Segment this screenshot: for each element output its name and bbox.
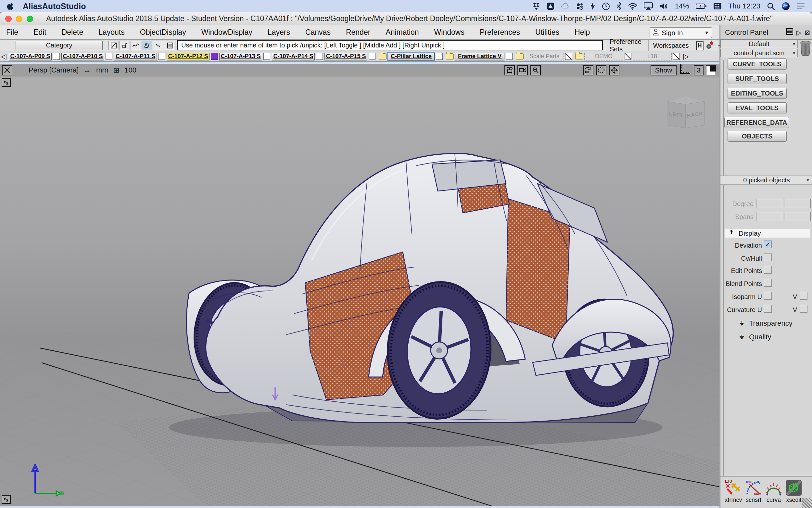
curvature-v-checkbox[interactable] xyxy=(800,305,807,313)
tumble-view-icon[interactable] xyxy=(583,65,593,75)
trash-icon[interactable] xyxy=(799,40,812,58)
edit-points-checkbox[interactable] xyxy=(764,266,772,274)
transparency-section[interactable]: Transparency xyxy=(739,319,793,328)
folder-icon[interactable] xyxy=(379,53,386,59)
viewport-resize-icon[interactable] xyxy=(2,495,11,504)
section-reference-data[interactable]: REFERENCE_DATA xyxy=(724,117,789,128)
isoparm-v-checkbox[interactable] xyxy=(800,292,807,300)
shelf-tool-xfrmcv[interactable]: U xfrmcv xyxy=(724,479,743,503)
show-button[interactable]: Show xyxy=(651,65,677,75)
display-section-header[interactable]: Display xyxy=(725,229,810,238)
menu-preferences[interactable]: Preferences xyxy=(480,28,520,37)
input-source-icon[interactable] xyxy=(713,2,722,10)
notification-list-icon[interactable] xyxy=(797,3,805,10)
menu-objectdisplay[interactable]: ObjectDisplay xyxy=(140,28,186,37)
layout-corner-icon[interactable] xyxy=(706,65,716,75)
section-objects[interactable]: OBJECTS xyxy=(727,131,787,142)
layer-folder-tab-hidden[interactable]: DEMO xyxy=(584,53,623,60)
menu-delete[interactable]: Delete xyxy=(62,28,83,37)
layer-tab[interactable]: C-107-A-P11 S xyxy=(114,53,157,60)
sign-in-dropdown[interactable]: Sign In ▼ xyxy=(650,27,712,38)
layer-visibility-checkbox[interactable] xyxy=(316,53,323,60)
layer-tab[interactable]: C-107-A-P14 S xyxy=(272,53,315,60)
menu-windowdisplay[interactable]: WindowDisplay xyxy=(201,28,252,37)
section-curve-tools[interactable]: CURVE_TOOLS xyxy=(727,58,787,70)
viewport-close-icon[interactable] xyxy=(2,65,12,75)
pick-surface-icon[interactable] xyxy=(142,41,152,50)
layer-folder-tab[interactable]: Frame Lattice V xyxy=(455,53,505,60)
deviation-checkbox[interactable]: ✓ xyxy=(764,241,772,248)
menu-help[interactable]: Help xyxy=(575,28,590,37)
pick-object-icon[interactable] xyxy=(120,41,130,50)
creative-cloud-icon[interactable] xyxy=(561,2,569,10)
minimize-window-button[interactable] xyxy=(16,15,22,22)
panel-file-dropdown[interactable]: control panel.scm ▼ xyxy=(720,49,798,57)
menu-utilities[interactable]: Utilities xyxy=(535,28,559,37)
layer-tab[interactable]: C-107-A-P09 S xyxy=(9,53,52,60)
panel-expand-icon[interactable]: ▷ xyxy=(797,29,801,36)
3d-viewport[interactable]: Persp [Camera] ↔ mm ⊞ 100 Show 3 xyxy=(0,62,719,508)
shelf-tool-xsedit[interactable]: xsedit xyxy=(784,479,804,503)
prompt-history-icon[interactable] xyxy=(165,41,176,50)
layer-visibility-checkbox[interactable] xyxy=(53,53,60,60)
pan-view-icon[interactable] xyxy=(609,65,619,75)
layer-visibility-checkbox[interactable] xyxy=(105,53,112,60)
layer-hidden-checkbox[interactable] xyxy=(625,53,631,60)
menu-render[interactable]: Render xyxy=(346,28,370,37)
paint-tool-icon-1[interactable] xyxy=(705,41,715,50)
3d-viewport-canvas[interactable] xyxy=(0,77,719,508)
tabs-scroll-left[interactable]: ◁ xyxy=(0,52,7,61)
curvature-u-checkbox[interactable] xyxy=(764,305,772,313)
volume-icon[interactable] xyxy=(659,2,668,10)
layer-folder-tab-hidden[interactable]: Scale Parts xyxy=(525,53,564,60)
viewport-camera-label[interactable]: Persp [Camera] xyxy=(29,66,79,75)
layer-tab[interactable]: C-107-A-P10 S xyxy=(61,53,104,60)
menu-edit[interactable]: Edit xyxy=(34,28,46,37)
section-eval-tools[interactable]: EVAL_TOOLS xyxy=(727,102,787,114)
spotlight-icon[interactable] xyxy=(767,2,775,10)
degree-u-field[interactable] xyxy=(756,199,782,208)
view-cube[interactable]: LEFT BACK xyxy=(664,95,707,134)
spans-v-field[interactable] xyxy=(784,212,811,221)
dropbox-icon[interactable] xyxy=(532,2,540,10)
hotkeys-icon[interactable]: H xyxy=(696,41,704,50)
menu-windows[interactable]: Windows xyxy=(434,28,465,37)
category-button[interactable]: Category xyxy=(15,41,103,50)
folder-icon[interactable] xyxy=(516,53,524,59)
battery-percent[interactable]: 14% xyxy=(675,2,689,10)
bluetooth-icon[interactable] xyxy=(617,2,622,10)
panel-close-icon[interactable]: ⊠ xyxy=(805,29,810,36)
layer-folder-tab-hidden[interactable]: L18 xyxy=(633,53,672,60)
app-dots-icon[interactable] xyxy=(576,2,584,10)
menu-layouts[interactable]: Layouts xyxy=(98,28,125,37)
siri-icon[interactable] xyxy=(781,2,790,10)
power-bolt-icon[interactable] xyxy=(590,2,595,10)
workspaces-button[interactable]: Workspaces xyxy=(648,40,694,51)
folder-icon[interactable] xyxy=(575,53,583,59)
ruler-icon[interactable] xyxy=(679,64,691,77)
menu-animation[interactable]: Animation xyxy=(386,28,419,37)
viewport-units[interactable]: mm xyxy=(96,66,108,75)
menubar-clock[interactable]: Thu 12:23 xyxy=(728,2,760,10)
layer-tab[interactable]: C-107-A-P13 S xyxy=(219,53,262,60)
cvhull-checkbox[interactable] xyxy=(764,254,772,261)
prompt-line[interactable]: Use mouse or enter name of item to pick … xyxy=(177,40,603,50)
layer-visibility-checkbox[interactable] xyxy=(158,53,165,60)
wifi-icon[interactable] xyxy=(628,2,637,10)
window-resize-grip[interactable] xyxy=(802,498,812,508)
folder-icon[interactable] xyxy=(446,53,454,59)
close-window-button[interactable] xyxy=(5,15,12,22)
camera-track-icon[interactable] xyxy=(505,65,515,75)
apple-icon[interactable] xyxy=(7,2,14,10)
battery-icon[interactable] xyxy=(696,3,707,10)
layer-hidden-checkbox[interactable] xyxy=(673,53,680,60)
precision-button[interactable]: 3 xyxy=(694,65,704,75)
pushpin-icon[interactable] xyxy=(729,229,734,238)
no-pick-icon[interactable] xyxy=(108,41,119,50)
layer-visibility-checkbox[interactable] xyxy=(264,53,270,60)
airplay-icon[interactable] xyxy=(644,2,653,10)
menubar-app-name[interactable]: AliasAutoStudio xyxy=(23,2,86,11)
google-drive-icon[interactable] xyxy=(546,2,555,10)
view-cube-left-face[interactable]: LEFT xyxy=(667,101,686,128)
layer-color-swatch[interactable] xyxy=(211,53,218,60)
